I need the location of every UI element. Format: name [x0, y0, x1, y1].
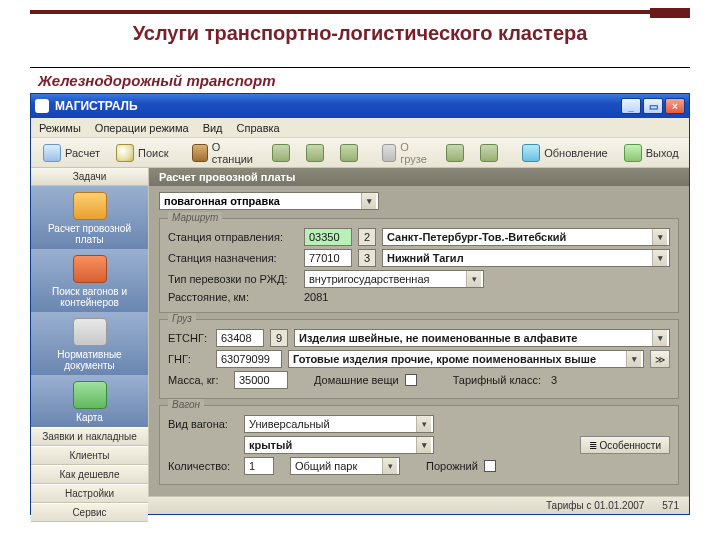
park-combo[interactable]: Общий парк — [290, 457, 400, 475]
search-icon — [116, 144, 134, 162]
qty-input[interactable]: 1 — [244, 457, 274, 475]
calc-icon — [43, 144, 61, 162]
calc-big-icon — [73, 192, 107, 220]
group-icon — [446, 144, 464, 162]
maximize-button[interactable]: ▭ — [643, 98, 663, 114]
menu-help[interactable]: Справка — [237, 122, 280, 134]
group-icon — [306, 144, 324, 162]
dep-label: Станция отправления: — [168, 231, 298, 243]
cargo-icon — [382, 144, 397, 162]
sidebar-item-cheaper[interactable]: Как дешевле — [31, 465, 148, 484]
dist-value: 2081 — [304, 291, 328, 303]
sidebar-item-service[interactable]: Сервис — [31, 503, 148, 522]
group-cargo: Груз ЕТСНГ: 63408 9 Изделия швейные, не … — [159, 319, 679, 399]
decorative-ruler — [30, 10, 690, 14]
status-code: 571 — [662, 500, 679, 511]
tb-gruz[interactable]: О грузе — [376, 139, 437, 167]
app-window: МАГИСТРАЛЬ _ ▭ × Режимы Операции режима … — [30, 93, 690, 515]
wagon-subtype-combo[interactable]: крытый — [244, 436, 434, 454]
exit-icon — [624, 144, 642, 162]
titlebar[interactable]: МАГИСТРАЛЬ _ ▭ × — [31, 94, 689, 118]
mass-label: Масса, кг: — [168, 374, 228, 386]
sidebar-item-orders[interactable]: Заявки и накладные — [31, 427, 148, 446]
trans-type-combo[interactable]: внутригосударственная — [304, 270, 484, 288]
sidebar-header: Задачи — [31, 168, 148, 186]
pane-header: Расчет провозной платы — [149, 168, 689, 186]
legend-wagon: Вагон — [168, 399, 204, 410]
dist-label: Расстояние, км: — [168, 291, 298, 303]
arr-sub: 3 — [358, 249, 376, 267]
tb-grp3[interactable] — [334, 142, 364, 164]
empty-checkbox[interactable] — [484, 460, 496, 472]
class-label: Тарифный класс: — [453, 374, 541, 386]
tb-refresh[interactable]: Обновление — [516, 142, 614, 164]
features-button[interactable]: ≣Особенности — [580, 436, 670, 454]
tb-station[interactable]: О станции — [186, 139, 261, 167]
status-tariff: Тарифы с 01.01.2007 — [546, 500, 644, 511]
wagon-type-label: Вид вагона: — [168, 418, 238, 430]
tb-grp2[interactable] — [300, 142, 330, 164]
etsng-sub: 9 — [270, 329, 288, 347]
sidebar: Задачи Расчет провозной платы Поиск ваго… — [31, 168, 149, 496]
tb-exit[interactable]: Выход — [618, 142, 685, 164]
slide-title: Услуги транспортно-логистического класте… — [30, 22, 690, 45]
search-big-icon — [73, 255, 107, 283]
gng-label: ГНГ: — [168, 353, 210, 365]
minimize-button[interactable]: _ — [621, 98, 641, 114]
menu-view[interactable]: Вид — [203, 122, 223, 134]
slide-subtitle: Железнодорожный транспорт — [38, 72, 690, 89]
close-button[interactable]: × — [665, 98, 685, 114]
etsng-name-combo[interactable]: Изделия швейные, не поименованные в алфа… — [294, 329, 670, 347]
app-icon — [35, 99, 49, 113]
home-label: Домашние вещи — [314, 374, 399, 386]
divider — [30, 67, 690, 68]
legend-cargo: Груз — [168, 313, 196, 324]
gng-code[interactable]: 63079099 — [216, 350, 282, 368]
menu-modes[interactable]: Режимы — [39, 122, 81, 134]
dep-name-combo[interactable]: Санкт-Петербург-Тов.-Витебский — [382, 228, 670, 246]
menu-ops[interactable]: Операции режима — [95, 122, 189, 134]
tb-grp5[interactable] — [474, 142, 504, 164]
qty-label: Количество: — [168, 460, 238, 472]
gng-name-combo[interactable]: Готовые изделия прочие, кроме поименован… — [288, 350, 644, 368]
sidebar-item-calc[interactable]: Расчет провозной платы — [31, 186, 148, 249]
map-big-icon — [73, 381, 107, 409]
sidebar-item-map[interactable]: Карта — [31, 375, 148, 427]
shipment-type-combo[interactable]: повагонная отправка — [159, 192, 379, 210]
home-checkbox[interactable] — [405, 374, 417, 386]
tb-find[interactable]: Поиск — [110, 142, 174, 164]
tb-calc[interactable]: Расчет — [37, 142, 106, 164]
type-label: Тип перевозки по РЖД: — [168, 273, 298, 285]
sidebar-item-settings[interactable]: Настройки — [31, 484, 148, 503]
arr-name-combo[interactable]: Нижний Тагил — [382, 249, 670, 267]
tb-grp1[interactable] — [266, 142, 296, 164]
main-pane: Расчет провозной платы повагонная отправ… — [149, 168, 689, 496]
dep-sub: 2 — [358, 228, 376, 246]
refresh-icon — [522, 144, 540, 162]
group-icon — [272, 144, 290, 162]
sidebar-item-search[interactable]: Поиск вагонов и контейнеров — [31, 249, 148, 312]
sidebar-item-docs[interactable]: Нормативные документы — [31, 312, 148, 375]
group-route: Маршрут Станция отправления: 03350 2 Сан… — [159, 218, 679, 313]
group-icon — [340, 144, 358, 162]
group-icon — [480, 144, 498, 162]
legend-route: Маршрут — [168, 212, 222, 223]
toolbar: Расчет Поиск О станции О грузе Обновлени… — [31, 138, 689, 168]
arr-label: Станция назначения: — [168, 252, 298, 264]
tb-grp4[interactable] — [440, 142, 470, 164]
arr-code-input[interactable]: 77010 — [304, 249, 352, 267]
menu-bar: Режимы Операции режима Вид Справка — [31, 118, 689, 138]
list-icon: ≣ — [589, 440, 597, 451]
window-title: МАГИСТРАЛЬ — [55, 99, 138, 113]
mass-input[interactable]: 35000 — [234, 371, 288, 389]
group-wagon: Вагон Вид вагона: Универсальный крытый ≣… — [159, 405, 679, 485]
next-button[interactable]: ≫ — [650, 350, 670, 368]
etsng-label: ЕТСНГ: — [168, 332, 210, 344]
wagon-type-combo[interactable]: Универсальный — [244, 415, 434, 433]
empty-label: Порожний — [426, 460, 478, 472]
class-value: 3 — [551, 374, 557, 386]
dep-code-input[interactable]: 03350 — [304, 228, 352, 246]
sidebar-item-clients[interactable]: Клиенты — [31, 446, 148, 465]
etsng-code[interactable]: 63408 — [216, 329, 264, 347]
docs-big-icon — [73, 318, 107, 346]
